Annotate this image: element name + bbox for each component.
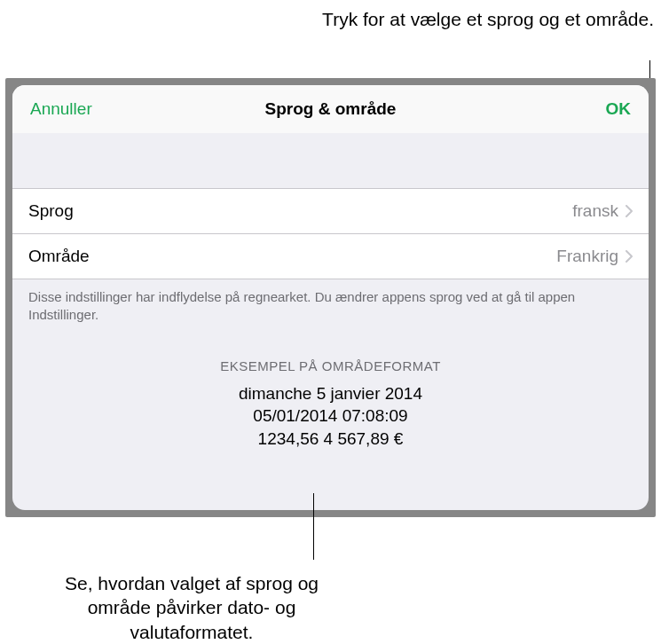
- region-label: Område: [28, 247, 90, 266]
- language-value: fransk: [572, 201, 618, 221]
- callout-line-bottom: [313, 493, 314, 560]
- spacer: [12, 133, 649, 188]
- chevron-right-icon: [626, 250, 633, 263]
- language-region-modal: Annuller Sprog & område OK Sprog fransk …: [12, 85, 649, 510]
- language-row[interactable]: Sprog fransk: [12, 189, 649, 233]
- region-row[interactable]: Område Frankrig: [12, 233, 649, 279]
- cancel-button[interactable]: Annuller: [30, 99, 92, 119]
- modal-title: Sprog & område: [265, 99, 397, 119]
- example-long-date: dimanche 5 janvier 2014: [12, 382, 649, 405]
- region-format-example: EKSEMPEL PÅ OMRÅDEFORMAT dimanche 5 janv…: [12, 334, 649, 451]
- example-short-date-time: 05/01/2014 07:08:09: [12, 404, 649, 428]
- region-value: Frankrig: [556, 247, 618, 266]
- nav-bar: Annuller Sprog & område OK: [12, 85, 649, 133]
- device-frame: Annuller Sprog & område OK Sprog fransk …: [5, 78, 656, 517]
- callout-bottom: Se, hvordan valget af sprog og område på…: [41, 571, 342, 644]
- settings-list: Sprog fransk Område Frankrig: [12, 188, 649, 279]
- callout-top: Tryk for at vælge et sprog og et område.: [322, 7, 654, 31]
- example-number-currency: 1234,56 4 567,89 €: [12, 428, 649, 451]
- ok-button[interactable]: OK: [606, 99, 632, 119]
- footer-note: Disse indstillinger har indflydelse på r…: [12, 279, 649, 334]
- example-header: EKSEMPEL PÅ OMRÅDEFORMAT: [12, 358, 649, 373]
- chevron-right-icon: [626, 205, 633, 217]
- language-label: Sprog: [28, 201, 74, 221]
